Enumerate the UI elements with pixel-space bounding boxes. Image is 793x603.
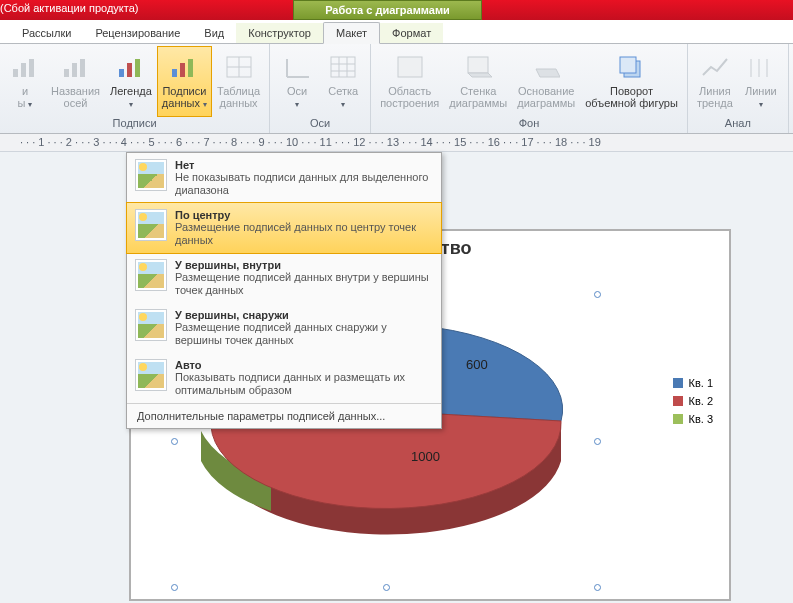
group-axes-label: Оси [274,117,366,131]
legend-icon [117,55,145,79]
chart-wall-button[interactable]: Стенка диаграммы [444,46,512,117]
group-labels: иы ▾ Названия осей Легенда▾ Подписи данн… [0,44,270,133]
group-labels-label: Подписи [4,117,265,131]
ribbon: иы ▾ Названия осей Легенда▾ Подписи данн… [0,44,793,134]
legend-item-1[interactable]: Кв. 1 [673,377,713,389]
group-background: Область построения Стенка диаграммы Осно… [371,44,688,133]
data-labels-icon [170,55,198,79]
trendline-button[interactable]: Линия тренда [692,46,738,117]
svg-rect-3 [64,69,69,77]
svg-rect-1 [21,63,26,77]
title-bar: (Сбой активации продукта) Работа с диагр… [0,0,793,20]
data-label-kv2[interactable]: 1000 [411,449,440,464]
menu-item-center[interactable]: По центруРазмещение подписей данных по ц… [126,202,442,254]
thumbnail-icon [135,259,167,291]
thumbnail-icon [135,159,167,191]
thumbnail-icon [135,359,167,391]
legend-item-2[interactable]: Кв. 2 [673,395,713,407]
chart-legend[interactable]: Кв. 1 Кв. 2 Кв. 3 [673,371,713,431]
svg-rect-10 [180,63,185,77]
data-labels-menu: НетНе показывать подписи данных для выде… [126,152,442,429]
svg-marker-25 [536,69,560,77]
tab-layout[interactable]: Макет [323,22,380,44]
plot-area-icon [396,55,424,79]
data-table-icon [225,55,253,79]
rotation-icon [618,55,646,79]
svg-marker-24 [468,73,492,77]
chart-wall-icon [464,55,492,79]
tab-mailings[interactable]: Рассылки [10,23,83,43]
thumbnail-icon [135,209,167,241]
axes-button[interactable]: Оси▾ [274,46,320,117]
grid-icon [329,55,357,79]
axes-icon [283,55,311,79]
legend-button[interactable]: Легенда▾ [105,46,157,117]
trendline-icon [701,55,729,79]
menu-more-options[interactable]: Дополнительные параметры подписей данных… [127,403,441,428]
group-analysis: Линия тренда Линии▾ Анал [688,44,789,133]
svg-rect-8 [135,59,140,77]
group-background-label: Фон [375,117,683,131]
axis-titles-button[interactable]: Названия осей [46,46,105,117]
svg-rect-11 [188,59,193,77]
svg-rect-9 [172,69,177,77]
group-axes: Оси▾ Сетка▾ Оси [270,44,371,133]
lines-icon [747,55,775,79]
chart-floor-icon [532,55,560,79]
chart-icon [11,55,39,79]
svg-rect-4 [72,63,77,77]
menu-item-none[interactable]: НетНе показывать подписи данных для выде… [127,153,441,203]
grid-button[interactable]: Сетка▾ [320,46,366,117]
ribbon-tabs: Рассылки Рецензирование Вид Конструктор … [0,20,793,44]
thumbnail-icon [135,309,167,341]
horizontal-ruler[interactable]: · · · 1 · · · 2 · · · 3 · · · 4 · · · 5 … [0,134,793,152]
menu-item-inside-end[interactable]: У вершины, внутриРазмещение подписей дан… [127,253,441,303]
svg-rect-7 [127,63,132,77]
document-area: ричество [0,152,793,603]
activation-warning: (Сбой активации продукта) [0,2,138,14]
svg-rect-6 [119,69,124,77]
svg-rect-27 [620,57,636,73]
svg-rect-23 [468,57,488,73]
tab-view[interactable]: Вид [192,23,236,43]
chart-tools-label: Работа с диаграммами [293,0,482,20]
menu-item-outside-end[interactable]: У вершины, снаружиРазмещение подписей да… [127,303,441,353]
tab-format[interactable]: Формат [380,23,443,43]
chart-floor-button[interactable]: Основание диаграммы [512,46,580,117]
lines-button[interactable]: Линии▾ [738,46,784,117]
svg-rect-5 [80,59,85,77]
svg-rect-2 [29,59,34,77]
tab-review[interactable]: Рецензирование [83,23,192,43]
svg-rect-22 [398,57,422,77]
tab-constructor[interactable]: Конструктор [236,23,323,43]
data-labels-button[interactable]: Подписи данных ▾ [157,46,212,117]
data-table-button[interactable]: Таблица данных [212,46,265,117]
plot-area-button[interactable]: Область построения [375,46,444,117]
legend-item-3[interactable]: Кв. 3 [673,413,713,425]
part-button[interactable]: иы ▾ [4,46,46,117]
group-analysis-label: Анал [692,117,784,131]
rotation-button[interactable]: Поворот объемной фигуры [580,46,683,117]
svg-rect-0 [13,69,18,77]
axis-titles-icon [62,55,90,79]
menu-item-auto[interactable]: АвтоПоказывать подписи данных и размещат… [127,353,441,403]
svg-rect-17 [331,57,355,77]
data-label-kv1[interactable]: 600 [466,357,488,372]
